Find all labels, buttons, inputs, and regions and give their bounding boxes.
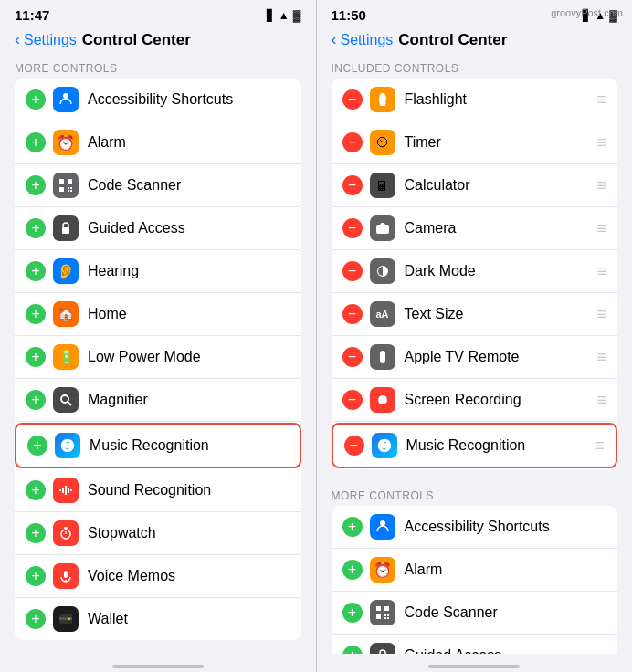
right-panel: 11:50 ▋ ▲ ▓ groovyPost.com ‹ Settings Co… [317, 0, 633, 672]
svg-rect-37 [384, 617, 386, 619]
add-button[interactable]: + [342, 646, 363, 654]
item-label: Home [88, 306, 290, 322]
svg-point-28 [381, 353, 384, 356]
remove-button[interactable]: − [342, 218, 363, 238]
list-item-music-recognition-included[interactable]: − Music Recognition ≡ [332, 423, 618, 468]
remove-button[interactable]: − [344, 436, 364, 456]
time-right: 11:50 [332, 7, 366, 23]
home-indicator-left [0, 654, 316, 672]
remove-button[interactable]: − [342, 175, 363, 195]
list-item[interactable]: − Apple TV Remote ≡ [332, 336, 618, 379]
remove-button[interactable]: − [342, 304, 363, 324]
app-icon [53, 563, 79, 589]
list-item[interactable]: + 🔋 Low Power Mode [15, 336, 301, 379]
list-item[interactable]: + Code Scanner [332, 592, 618, 635]
drag-handle[interactable]: ≡ [587, 436, 605, 456]
add-button[interactable]: + [342, 603, 363, 623]
add-button[interactable]: + [26, 175, 46, 195]
remove-button[interactable]: − [342, 390, 363, 410]
svg-point-9 [61, 395, 68, 403]
list-item[interactable]: + Accessibility Shortcuts [332, 506, 618, 549]
item-label: Low Power Mode [88, 349, 290, 365]
list-item[interactable]: + Wallet [15, 598, 301, 640]
add-button[interactable]: + [26, 132, 46, 152]
add-button[interactable]: + [27, 436, 47, 456]
list-item[interactable]: + Voice Memos [15, 555, 301, 598]
list-item[interactable]: + Guided Access [332, 635, 618, 654]
list-item[interactable]: − Dark Mode ≡ [332, 250, 618, 293]
add-button[interactable]: + [26, 304, 46, 324]
item-label: Guided Access [405, 647, 607, 654]
list-item[interactable]: − Flashlight ≡ [332, 79, 618, 121]
app-icon [370, 387, 395, 413]
drag-handle[interactable]: ≡ [589, 262, 606, 281]
remove-button[interactable]: − [342, 347, 363, 367]
svg-rect-15 [70, 489, 72, 491]
item-label: Alarm [405, 562, 607, 578]
list-item[interactable]: + Sound Recognition [15, 469, 301, 512]
list-item[interactable]: − Camera ≡ [332, 207, 618, 250]
scroll-area-right[interactable]: INCLUDED CONTROLS − Flashlight ≡ − ⏲ Tim… [317, 57, 633, 654]
add-button[interactable]: + [26, 390, 46, 410]
item-label: Dark Mode [405, 263, 590, 279]
add-button[interactable]: + [26, 347, 46, 367]
remove-button[interactable]: − [342, 89, 363, 110]
add-button[interactable]: + [26, 218, 46, 238]
add-button[interactable]: + [26, 261, 46, 281]
add-button[interactable]: + [26, 566, 46, 586]
section-header-included: INCLUDED CONTROLS [317, 57, 633, 79]
svg-rect-8 [62, 227, 69, 234]
remove-button[interactable]: − [342, 261, 363, 281]
list-item[interactable]: + Guided Access [15, 207, 301, 250]
item-label: Wallet [88, 611, 290, 627]
add-button[interactable]: + [26, 480, 46, 500]
scroll-area-left[interactable]: MORE CONTROLS + Accessibility Shortcuts … [0, 57, 316, 654]
add-button[interactable]: + [342, 560, 363, 580]
svg-rect-7 [70, 190, 72, 192]
item-label: Text Size [405, 306, 590, 322]
drag-handle[interactable]: ≡ [589, 133, 606, 152]
list-item[interactable]: + Accessibility Shortcuts [15, 79, 301, 121]
remove-button[interactable]: − [342, 132, 363, 152]
add-button[interactable]: + [26, 609, 46, 629]
svg-rect-13 [65, 486, 67, 495]
drag-handle[interactable]: ≡ [589, 348, 606, 367]
drag-handle[interactable]: ≡ [589, 176, 606, 195]
add-button[interactable]: + [26, 89, 46, 110]
nav-bar-left: ‹ Settings Control Center [0, 26, 316, 57]
back-button-left[interactable]: ‹ Settings [15, 30, 77, 49]
watermark: groovyPost.com [551, 7, 623, 18]
svg-point-0 [63, 93, 68, 99]
list-item[interactable]: + Magnifier [15, 379, 301, 422]
svg-rect-2 [68, 179, 72, 184]
back-button-right[interactable]: ‹ Settings [332, 30, 394, 49]
svg-rect-5 [70, 187, 72, 189]
page-title-left: Control Center [82, 31, 191, 49]
list-item[interactable]: − ⏲ Timer ≡ [332, 121, 618, 164]
svg-line-10 [68, 402, 71, 405]
drag-handle[interactable]: ≡ [589, 90, 606, 110]
list-item-music-recognition[interactable]: + Music Recognition [15, 423, 301, 468]
add-button[interactable]: + [342, 517, 363, 537]
list-item[interactable]: − 🖩 Calculator ≡ [332, 164, 618, 207]
drag-handle[interactable]: ≡ [589, 305, 606, 324]
list-item[interactable]: + Code Scanner [15, 164, 301, 207]
app-icon [370, 600, 395, 625]
svg-rect-32 [376, 606, 381, 611]
section-header-more-left: MORE CONTROLS [0, 57, 316, 79]
list-item[interactable]: + 👂 Hearing [15, 250, 301, 293]
left-panel: 11:47 ▋ ▲ ▓ ‹ Settings Control Center MO… [0, 0, 316, 672]
app-icon [53, 520, 79, 546]
list-item[interactable]: + 🏠 Home [15, 293, 301, 336]
list-item[interactable]: − Screen Recording ≡ [332, 379, 618, 422]
list-item[interactable]: + Stopwatch [15, 512, 301, 555]
drag-handle[interactable]: ≡ [589, 391, 606, 410]
item-label: Voice Memos [88, 568, 290, 584]
chevron-left-icon: ‹ [15, 30, 20, 49]
add-button[interactable]: + [26, 523, 46, 543]
app-icon [370, 87, 395, 112]
list-item[interactable]: − aA Text Size ≡ [332, 293, 618, 336]
list-item[interactable]: + ⏰ Alarm [15, 121, 301, 164]
list-item[interactable]: + ⏰ Alarm [332, 549, 618, 592]
drag-handle[interactable]: ≡ [589, 219, 606, 238]
